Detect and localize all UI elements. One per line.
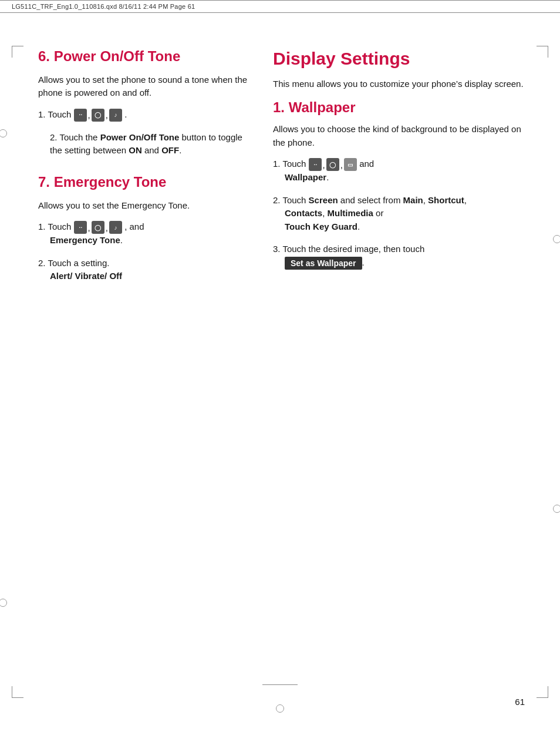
- reg-mark-right-bottom: [553, 505, 560, 513]
- corner-mark-rt-h: [537, 46, 548, 46]
- section-6: 6. Power On/Off Tone Allows you to set t…: [38, 48, 249, 157]
- section-7-step1: 1. Touch ⋅⋅, ◯, ♪ , and Emergency Tone.: [38, 220, 249, 247]
- step1-icons: ⋅⋅, ◯, ♪: [74, 109, 122, 122]
- section-7-heading: 7. Emergency Tone: [38, 174, 249, 191]
- step2-bold: Power On/Off Tone: [100, 132, 180, 142]
- page-number: 61: [0, 691, 560, 707]
- page-divider: [262, 684, 298, 685]
- w-dots-icon: ⋅⋅: [309, 158, 322, 171]
- reg-mark-right-top: [553, 235, 560, 243]
- w-step1-icons: ⋅⋅, ◯, ▭: [309, 158, 357, 171]
- set-as-wallpaper-button[interactable]: Set as Wallpaper: [285, 257, 362, 270]
- w-step3-end: .: [362, 257, 365, 267]
- w-step2-shortcut: Shortcut: [428, 195, 464, 205]
- display-settings-heading: Display Settings: [273, 48, 528, 69]
- display-settings-intro: This menu allows you to customize your p…: [273, 78, 528, 91]
- step2-end: .: [179, 145, 181, 155]
- right-column: Display Settings This menu allows you to…: [273, 48, 528, 293]
- w-step2-or: or: [376, 208, 383, 218]
- speaker-icon-7: ♪: [109, 221, 122, 234]
- w-step2-touchkey: Touch Key Guard: [285, 221, 357, 231]
- gear-icon: ◯: [92, 109, 104, 122]
- wallpaper-heading: 1. Wallpaper: [273, 99, 528, 116]
- w-step2-multimedia: Multimedia: [328, 208, 373, 218]
- bottom-area: 61: [0, 684, 560, 707]
- wallpaper-body: Allows you to choose the kind of backgro…: [273, 123, 528, 149]
- section-wallpaper: 1. Wallpaper Allows you to choose the ki…: [273, 99, 528, 270]
- section-7-step2: 2. Touch a setting. Alert/ Vibrate/ Off: [38, 257, 249, 283]
- w-step1-end: .: [326, 172, 329, 182]
- content-area: 6. Power On/Off Tone Allows you to set t…: [0, 13, 560, 328]
- w-step1-wallpaper: Wallpaper: [285, 172, 326, 182]
- left-column: 6. Power On/Off Tone Allows you to set t…: [38, 48, 249, 293]
- wallpaper-step3: 3. Touch the desired image, then touch S…: [273, 243, 528, 270]
- doc-header: LG511C_TRF_Eng1.0_110816.qxd 8/16/11 2:4…: [0, 0, 560, 13]
- section-7: 7. Emergency Tone Allows you to set the …: [38, 174, 249, 283]
- w-step2-screen: Screen: [309, 195, 338, 205]
- step1-end: .: [120, 235, 123, 245]
- step2-off: OFF: [161, 145, 179, 155]
- w-step1-prefix: 1. Touch: [273, 159, 309, 169]
- section-6-step1: 1. Touch ⋅⋅, ◯, ♪ .: [38, 108, 249, 122]
- step1-prefix: 1. Touch: [38, 221, 74, 231]
- step1-prefix: 1. Touch: [38, 109, 74, 119]
- speaker-icon: ♪: [109, 109, 122, 122]
- w-step3-prefix: 3. Touch the desired image, then touch: [273, 244, 424, 254]
- section-6-body: Allows you to set the phone to sound a t…: [38, 73, 249, 100]
- section-6-heading: 6. Power On/Off Tone: [38, 48, 249, 65]
- corner-mark-lt-v: [12, 46, 12, 58]
- step1-emergency-tone: Emergency Tone: [50, 235, 120, 245]
- reg-mark-left-bottom: [0, 599, 7, 607]
- gear-icon-7: ◯: [92, 221, 104, 234]
- doc-header-text: LG511C_TRF_Eng1.0_110816.qxd 8/16/11 2:4…: [12, 3, 195, 10]
- w-step2-and: and select from: [340, 195, 403, 205]
- w-comma2: ,: [464, 195, 467, 205]
- page-container: LG511C_TRF_Eng1.0_110816.qxd 8/16/11 2:4…: [0, 0, 560, 742]
- w-rect-icon: ▭: [344, 158, 357, 171]
- dots-icon: ⋅⋅: [74, 109, 87, 122]
- step2-prefix: 2. Touch the: [50, 132, 100, 142]
- step1-mid: , and: [124, 221, 144, 231]
- w-step2-main: Main: [403, 195, 423, 205]
- step1-end: .: [124, 109, 127, 119]
- wallpaper-step2: 2. Touch Screen and select from Main, Sh…: [273, 194, 528, 234]
- step2-touch-setting: 2. Touch a setting.: [38, 257, 249, 270]
- step2-on: ON: [129, 145, 142, 155]
- step2-and: and: [142, 145, 161, 155]
- w-step2-contacts: Contacts: [285, 208, 322, 218]
- dots-icon-7: ⋅⋅: [74, 221, 87, 234]
- w-comma1: ,: [423, 195, 428, 205]
- corner-mark-lt-h: [12, 46, 23, 46]
- w-step2-prefix: 2. Touch: [273, 195, 309, 205]
- w-gear-icon: ◯: [326, 158, 339, 171]
- section-7-body: Allows you to set the Emergency Tone.: [38, 199, 249, 213]
- w-step2-end: .: [357, 221, 360, 231]
- step1-icons-7: ⋅⋅, ◯, ♪: [74, 221, 122, 234]
- section-6-step2: 2. Touch the Power On/Off Tone button to…: [50, 131, 249, 157]
- step2-options: Alert/ Vibrate/ Off: [50, 270, 249, 283]
- corner-mark-rt-v: [548, 46, 548, 58]
- w-step1-mid: and: [359, 159, 374, 169]
- w-comma3: ,: [322, 208, 327, 218]
- wallpaper-step1: 1. Touch ⋅⋅, ◯, ▭ and Wallpaper.: [273, 157, 528, 184]
